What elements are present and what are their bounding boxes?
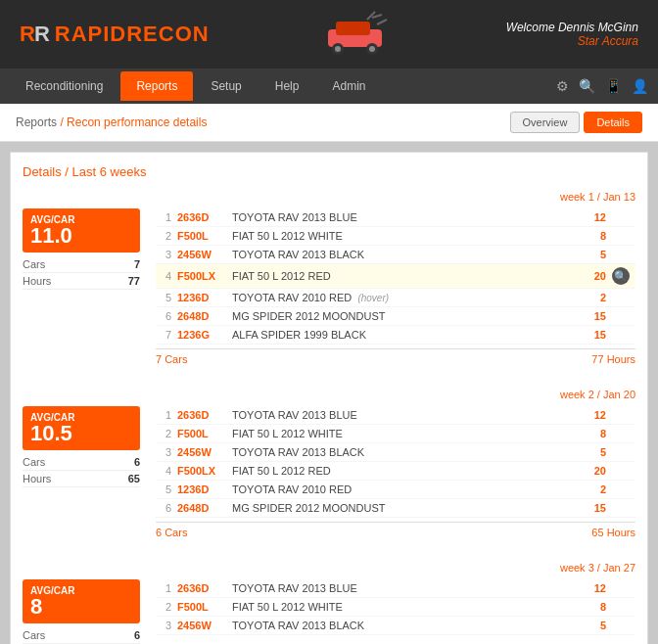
table-row: 3 2456W TOYOTA RAV 2013 BLACK 5	[156, 443, 635, 462]
cars-label: Cars	[23, 258, 45, 270]
week-2-footer: 6 Cars 65 Hours	[156, 522, 635, 542]
breadcrumb-buttons: Overview Details	[510, 112, 642, 133]
nav-reports[interactable]: Reports	[120, 71, 193, 101]
footer-cars: 6 Cars	[156, 527, 187, 538]
welcome-name: Welcome Dennis McGinn	[506, 21, 638, 34]
nav-help[interactable]: Help	[259, 71, 315, 101]
footer-hours: 77 Hours	[591, 353, 635, 365]
table-row: 2 F500L FIAT 50 L 2012 WHITE 8	[156, 598, 635, 617]
table-row: 1 2636D TOYOTA RAV 2013 BLUE 12	[156, 208, 635, 227]
breadcrumb-bar: Reports / Recon performance details Over…	[0, 104, 658, 142]
hours-label: Hours	[23, 275, 51, 287]
footer-hours: 65 Hours	[591, 527, 635, 538]
dealership-name: Star Accura	[506, 34, 638, 48]
week-1-cars-row: Cars 7	[23, 256, 140, 273]
week-3-avg-box: AVG/CAR 8	[23, 579, 140, 623]
week-2-avg-box: AVG/CAR 10.5	[23, 406, 140, 450]
svg-line-8	[377, 20, 387, 24]
hours-value: 65	[128, 473, 140, 484]
mobile-icon[interactable]: 📱	[605, 78, 622, 94]
footer-cars: 7 Cars	[156, 353, 187, 365]
week-3-section: week 3 / Jan 27 AVG/CAR 8 Cars 6 1 2636D…	[23, 562, 635, 644]
week-1-content: AVG/CAR 11.0 Cars 7 Hours 77 1 2636D TOY…	[23, 208, 635, 369]
week-1-header: week 1 / Jan 13	[23, 191, 635, 203]
week-2-cars-row: Cars 6	[23, 454, 140, 471]
cars-label: Cars	[23, 456, 45, 468]
svg-rect-1	[336, 22, 370, 35]
table-row: 6 2648D MG SPIDER 2012 MOONDUST 15	[156, 307, 635, 326]
week-3-header: week 3 / Jan 27	[23, 562, 635, 574]
table-row: 1 2636D TOYOTA RAV 2013 BLUE 12	[156, 579, 635, 598]
header: RR RAPIDRECON Welcome Dennis McGinn Star…	[0, 0, 658, 69]
main-title: Details / Last 6 weeks	[23, 164, 635, 179]
table-row: 3 2456W TOYOTA RAV 2013 BLACK 5	[156, 617, 635, 635]
table-row-highlight: 4 F500LX FIAT 50 L 2012 RED 20 🔍	[156, 264, 635, 289]
logo-text: RAPIDRECON	[55, 22, 210, 47]
week-1-footer: 7 Cars 77 Hours	[156, 348, 635, 369]
cars-value: 6	[134, 456, 140, 468]
table-row: 3 2456W TOYOTA RAV 2013 BLACK 5	[156, 246, 635, 264]
breadcrumb-current: Recon performance details	[67, 115, 207, 129]
table-row: 5 1236D TOYOTA RAV 2010 RED (hover) 2	[156, 289, 635, 307]
svg-line-6	[367, 12, 375, 20]
header-welcome: Welcome Dennis McGinn Star Accura	[506, 21, 638, 48]
week-1-hours-row: Hours 77	[23, 273, 140, 290]
svg-point-3	[335, 46, 341, 52]
breadcrumb: Reports / Recon performance details	[16, 115, 207, 129]
user-icon[interactable]: 👤	[632, 78, 648, 94]
week-2-stats: AVG/CAR 10.5 Cars 6 Hours 65	[23, 406, 140, 542]
cars-label: Cars	[23, 629, 45, 641]
week-3-cars-row: Cars 6	[23, 627, 140, 644]
overview-button[interactable]: Overview	[510, 112, 581, 133]
main-content: Details / Last 6 weeks week 1 / Jan 13 A…	[10, 152, 648, 644]
nav-reconditioning[interactable]: Reconditioning	[10, 71, 118, 101]
week-3-content: AVG/CAR 8 Cars 6 1 2636D TOYOTA RAV 2013…	[23, 579, 635, 644]
week-3-stats: AVG/CAR 8 Cars 6	[23, 579, 140, 644]
breadcrumb-reports[interactable]: Reports	[16, 115, 57, 129]
week-1-avg-box: AVG/CAR 11.0	[23, 208, 140, 253]
table-row: 1 2636D TOYOTA RAV 2013 BLUE 12	[156, 406, 635, 425]
details-button[interactable]: Details	[584, 112, 642, 133]
nav-icons: ⚙ 🔍 📱 👤	[556, 78, 648, 94]
nav-setup[interactable]: Setup	[195, 71, 257, 101]
hours-label: Hours	[23, 473, 51, 484]
week-2-avg-value: 10.5	[30, 423, 132, 444]
week-1-section: week 1 / Jan 13 AVG/CAR 11.0 Cars 7 Hour…	[23, 191, 635, 369]
cars-value: 7	[134, 258, 140, 270]
week-1-avg-value: 11.0	[30, 225, 132, 247]
table-row: 2 F500L FIAT 50 L 2012 WHITE 8	[156, 425, 635, 443]
week-2-section: week 2 / Jan 20 AVG/CAR 10.5 Cars 6 Hour…	[23, 389, 635, 542]
hours-value: 77	[128, 275, 140, 287]
week-2-table: 1 2636D TOYOTA RAV 2013 BLUE 12 2 F500L …	[156, 406, 635, 542]
logo-rr: RR	[20, 22, 49, 47]
week-2-hours-row: Hours 65	[23, 471, 140, 487]
week-3-avg-label: AVG/CAR	[30, 585, 132, 596]
search-detail-icon[interactable]: 🔍	[612, 267, 630, 285]
main-nav: Reconditioning Reports Setup Help Admin …	[0, 69, 658, 104]
week-2-header: week 2 / Jan 20	[23, 389, 635, 400]
table-row: 2 F500L FIAT 50 L 2012 WHITE 8	[156, 227, 635, 246]
cars-value: 6	[134, 629, 140, 641]
table-row: 5 1236D TOYOTA RAV 2010 RED 2	[156, 481, 635, 499]
week-2-content: AVG/CAR 10.5 Cars 6 Hours 65 1 2636D TOY…	[23, 406, 635, 542]
table-row: 4 F500LX FIAT 50 L 2012 RED 20	[156, 462, 635, 481]
header-car-icon	[318, 10, 397, 59]
week-3-avg-value: 8	[30, 596, 132, 618]
svg-point-5	[369, 46, 375, 52]
logo: RR RAPIDRECON	[20, 22, 210, 47]
svg-line-7	[372, 15, 382, 18]
table-row: 6 2648D MG SPIDER 2012 MOONDUST 15	[156, 499, 635, 518]
week-1-table: 1 2636D TOYOTA RAV 2013 BLUE 12 2 F500L …	[156, 208, 635, 369]
week-1-stats: AVG/CAR 11.0 Cars 7 Hours 77	[23, 208, 140, 369]
table-row: 7 1236G ALFA SPIDER 1999 BLACK 15	[156, 326, 635, 345]
nav-admin[interactable]: Admin	[316, 71, 381, 101]
settings-icon[interactable]: ⚙	[556, 78, 569, 94]
week-3-table: 1 2636D TOYOTA RAV 2013 BLUE 12 2 F500L …	[156, 579, 635, 644]
search-icon[interactable]: 🔍	[579, 78, 595, 94]
